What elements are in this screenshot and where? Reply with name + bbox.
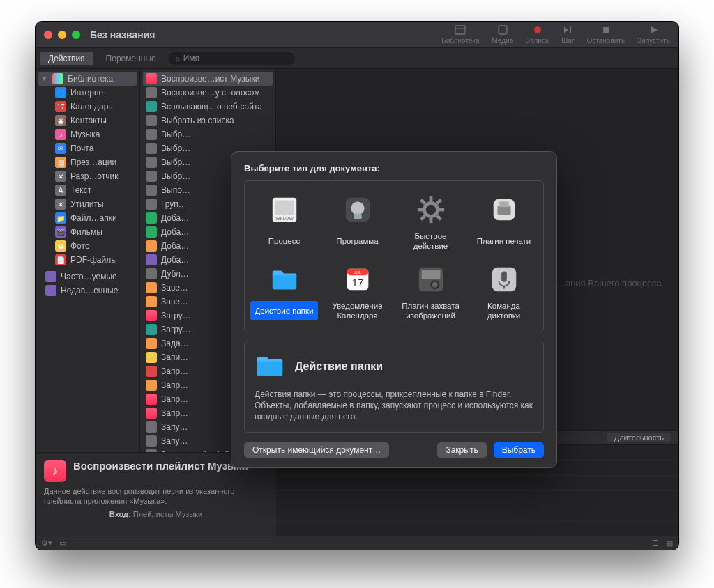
doc-type-option[interactable]: JUL17Уведомление Календаря <box>322 258 393 325</box>
svg-point-13 <box>424 203 437 216</box>
doc-type-label: Плагин захвата изображений <box>397 301 464 320</box>
svg-rect-23 <box>497 206 510 215</box>
svg-rect-30 <box>421 270 440 279</box>
folder-icon <box>255 351 285 382</box>
svg-point-32 <box>432 282 437 288</box>
svg-line-20 <box>436 200 441 204</box>
doc-type-icon <box>267 262 302 297</box>
document-type-description: Действие папки Действия папки — это проц… <box>244 341 544 433</box>
doc-type-label: Уведомление Календаря <box>324 301 391 320</box>
doc-type-label: Плагин печати <box>476 231 533 251</box>
desc-title: Действие папки <box>295 360 383 373</box>
open-existing-button[interactable]: Открыть имеющийся документ… <box>244 442 389 458</box>
svg-point-11 <box>351 202 364 215</box>
doc-type-icon <box>487 192 522 227</box>
doc-type-option[interactable]: WFLOWПроцесс <box>249 188 319 255</box>
svg-text:17: 17 <box>351 277 363 288</box>
doc-type-option[interactable]: Команда диктовки <box>469 258 539 325</box>
doc-type-option[interactable]: Быстрое действие <box>395 188 466 255</box>
dialog-title: Выберите тип для документа: <box>244 163 544 173</box>
doc-type-icon <box>413 192 448 227</box>
svg-text:JUL: JUL <box>354 270 360 274</box>
doc-type-label: Команда диктовки <box>470 301 538 320</box>
choose-button[interactable]: Выбрать <box>494 442 544 458</box>
desc-text: Действия папки — это процессы, прикрепле… <box>255 389 533 422</box>
automator-window: Без названия Библиотека Медиа Запись Шаг… <box>35 21 679 550</box>
doc-type-icon <box>487 262 522 297</box>
doc-type-label: Действие папки <box>250 301 317 320</box>
doc-type-option[interactable]: Плагин захвата изображений <box>395 258 466 325</box>
svg-rect-8 <box>275 201 294 215</box>
svg-rect-34 <box>501 272 507 282</box>
svg-line-18 <box>420 200 425 204</box>
doc-type-icon: JUL17 <box>340 262 375 297</box>
document-type-grid: WFLOWПроцессПрограммаБыстрое действиеПла… <box>244 180 544 332</box>
doc-type-icon <box>413 262 448 297</box>
close-button[interactable]: Закрыть <box>437 442 486 458</box>
doc-type-label: Процесс <box>267 231 301 251</box>
svg-line-21 <box>420 216 425 220</box>
doc-type-option[interactable]: Программа <box>322 188 393 255</box>
doc-type-label: Быстрое действие <box>397 231 464 251</box>
svg-line-19 <box>436 216 441 220</box>
doc-type-option[interactable]: Плагин печати <box>469 188 539 255</box>
doc-type-label: Программа <box>335 231 379 251</box>
doc-type-option[interactable]: Действие папки <box>249 258 319 325</box>
svg-text:WFLOW: WFLOW <box>275 216 294 221</box>
document-type-dialog: Выберите тип для документа: WFLOWПроцесс… <box>231 151 557 468</box>
svg-rect-24 <box>499 202 508 208</box>
svg-rect-12 <box>354 214 362 219</box>
doc-type-icon: WFLOW <box>267 192 302 227</box>
doc-type-icon <box>340 192 375 227</box>
